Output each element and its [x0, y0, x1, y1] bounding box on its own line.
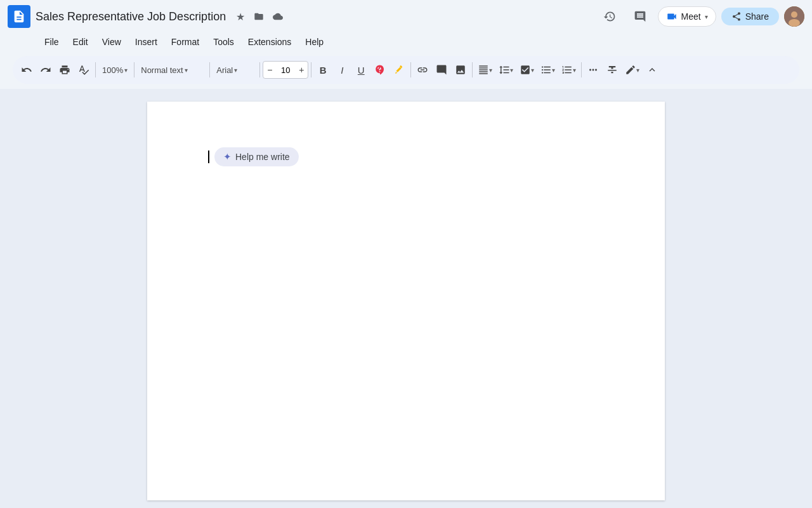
linespacing-chevron-icon: ▾	[510, 67, 513, 74]
numberedlist-button[interactable]: ▾	[559, 60, 579, 80]
doc-page[interactable]: ✦ Help me write	[147, 102, 665, 500]
menu-format[interactable]: Format	[165, 36, 206, 48]
menu-insert[interactable]: Insert	[129, 36, 164, 48]
redo-button[interactable]	[37, 60, 55, 80]
text-style-value: Normal text	[141, 65, 183, 75]
font-size-input[interactable]: 10	[276, 65, 295, 75]
document-area: ✦ Help me write	[0, 89, 812, 508]
text-style-chevron-icon: ▾	[185, 67, 188, 74]
toolbar: 100% ▾ Normal text ▾ Arial ▾ − 10 + B I …	[13, 56, 799, 84]
divider-7	[472, 62, 473, 77]
editing-mode-button[interactable]: ▾	[622, 60, 642, 80]
divider-1	[95, 62, 96, 77]
comment-button[interactable]	[433, 60, 450, 80]
star-icon[interactable]: ★	[233, 8, 247, 25]
numberedlist-chevron-icon: ▾	[573, 67, 576, 74]
title-icons: ★	[233, 8, 285, 25]
align-chevron-icon: ▾	[489, 67, 492, 74]
help-me-write-label: Help me write	[235, 152, 290, 162]
bulletlist-chevron-icon: ▾	[552, 67, 555, 74]
bulletlist-button[interactable]: ▾	[538, 60, 558, 80]
svg-point-1	[791, 11, 797, 18]
zoom-chevron-icon: ▾	[124, 67, 128, 74]
font-size-box: − 10 +	[263, 61, 308, 79]
zoom-selector[interactable]: 100% ▾	[98, 60, 131, 80]
font-size-decrease[interactable]: −	[263, 61, 276, 79]
divider-4	[259, 62, 260, 77]
linespacing-button[interactable]: ▾	[496, 60, 516, 80]
checklist-chevron-icon: ▾	[531, 67, 534, 74]
svg-point-2	[789, 19, 800, 27]
menu-file[interactable]: File	[38, 36, 65, 48]
doc-title: Sales Representative Job Description	[36, 10, 226, 23]
highlight-button[interactable]	[390, 60, 408, 80]
alignment-button[interactable]: ▾	[475, 60, 495, 80]
font-size-increase[interactable]: +	[295, 61, 308, 79]
divider-6	[410, 62, 411, 77]
menu-edit[interactable]: Edit	[67, 36, 95, 48]
folder-icon[interactable]	[251, 9, 266, 24]
meet-button[interactable]: Meet ▾	[658, 6, 716, 27]
history-icon[interactable]	[597, 4, 622, 29]
checklist-button[interactable]: ▾	[517, 60, 537, 80]
menu-tools[interactable]: Tools	[207, 36, 240, 48]
cloud-icon[interactable]	[270, 9, 285, 24]
top-right-actions: Meet ▾ Share	[597, 4, 804, 29]
divider-5	[311, 62, 311, 77]
text-style-selector[interactable]: Normal text ▾	[137, 60, 207, 80]
zoom-value: 100%	[102, 65, 123, 75]
spellcheck-button[interactable]	[75, 60, 93, 80]
editingmode-chevron-icon: ▾	[636, 67, 639, 74]
text-cursor	[208, 150, 209, 163]
app-icon[interactable]	[8, 5, 30, 28]
divider-3	[209, 62, 210, 77]
underline-button[interactable]: U	[352, 60, 370, 80]
divider-8	[581, 62, 582, 77]
meet-chevron-icon: ▾	[705, 13, 708, 20]
strikethrough-button[interactable]	[603, 60, 621, 80]
meet-label: Meet	[681, 11, 701, 22]
text-color-button[interactable]	[371, 60, 389, 80]
bold-button[interactable]: B	[314, 60, 332, 80]
pencil-sparkle-icon: ✦	[223, 151, 232, 163]
collapse-toolbar-button[interactable]	[643, 60, 661, 80]
menu-bar: File Edit View Insert Format Tools Exten…	[0, 33, 812, 51]
help-me-write-button[interactable]: ✦ Help me write	[214, 147, 299, 166]
menu-view[interactable]: View	[96, 36, 128, 48]
user-avatar[interactable]	[784, 6, 804, 27]
print-button[interactable]	[56, 60, 74, 80]
link-button[interactable]	[414, 60, 431, 80]
menu-extensions[interactable]: Extensions	[242, 36, 298, 48]
font-value: Arial	[216, 65, 233, 75]
image-button[interactable]	[452, 60, 469, 80]
more-options-button[interactable]	[584, 60, 602, 80]
undo-button[interactable]	[18, 60, 36, 80]
share-label: Share	[745, 11, 769, 22]
italic-button[interactable]: I	[333, 60, 351, 80]
font-selector[interactable]: Arial ▾	[213, 60, 257, 80]
doc-content: ✦ Help me write	[208, 147, 604, 166]
font-chevron-icon: ▾	[234, 67, 237, 74]
menu-help[interactable]: Help	[299, 36, 330, 48]
title-bar: Sales Representative Job Description ★ M…	[0, 0, 812, 33]
divider-2	[134, 62, 134, 77]
comments-icon[interactable]	[627, 4, 653, 29]
share-button[interactable]: Share	[721, 8, 779, 25]
